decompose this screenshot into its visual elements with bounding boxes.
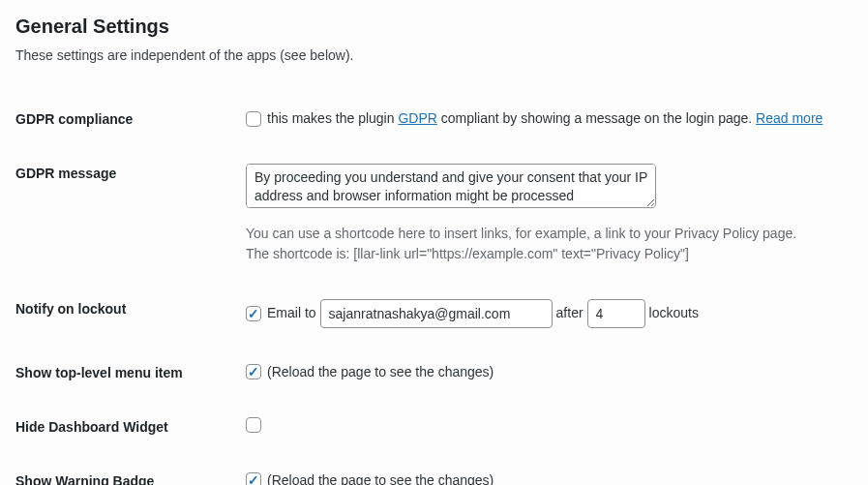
gdpr-compliance-text: this makes the plugin GDPR compliant by … (267, 109, 823, 129)
page-subtitle: These settings are independent of the ap… (15, 47, 853, 63)
toplevel-note: (Reload the page to see the changes) (267, 363, 494, 382)
notify-checkbox[interactable] (246, 306, 261, 321)
notify-count-input[interactable] (587, 299, 645, 328)
hide-dashboard-label: Hide Dashboard Widget (15, 400, 236, 454)
warning-badge-checkbox[interactable] (246, 472, 261, 485)
notify-lockouts-text: lockouts (649, 304, 699, 323)
notify-after-text: after (556, 304, 584, 323)
notify-label: Notify on lockout (15, 282, 236, 346)
gdpr-compliance-checkbox[interactable] (246, 111, 261, 127)
notify-email-input[interactable] (320, 299, 553, 328)
gdpr-compliance-label: GDPR compliance (15, 92, 236, 146)
hide-dashboard-checkbox[interactable] (246, 417, 261, 433)
notify-email-to-text: Email to (267, 304, 316, 323)
warning-badge-note: (Reload the page to see the changes) (267, 471, 494, 485)
page-title: General Settings (15, 15, 853, 38)
toplevel-checkbox[interactable] (246, 364, 261, 379)
toplevel-label: Show top-level menu item (15, 346, 236, 400)
gdpr-message-description: You can use a shortcode here to insert l… (246, 224, 843, 264)
settings-table: GDPR compliance this makes the plugin GD… (15, 92, 853, 485)
gdpr-link[interactable]: GDPR (398, 110, 436, 126)
read-more-link[interactable]: Read more (756, 110, 823, 126)
gdpr-message-textarea[interactable]: By proceeding you understand and give yo… (246, 164, 656, 208)
gdpr-message-label: GDPR message (15, 146, 236, 282)
warning-badge-label: Show Warning Badge (15, 454, 236, 485)
